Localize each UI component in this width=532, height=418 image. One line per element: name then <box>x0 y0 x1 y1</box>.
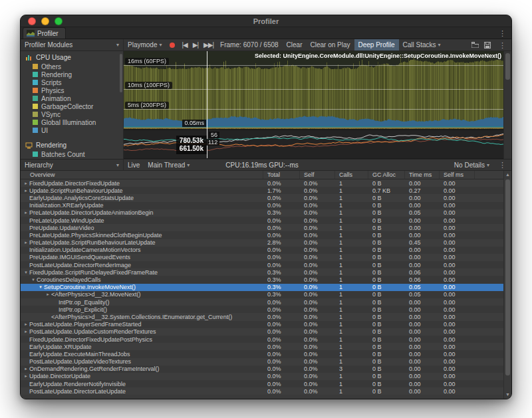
close-button[interactable] <box>28 17 36 25</box>
legend-item-others[interactable]: Others <box>21 62 123 70</box>
table-row[interactable]: PreLateUpdate.WindUpdate0.0%0.0%10 B0.00… <box>21 217 503 224</box>
next-frame-button[interactable]: ▶| <box>190 39 201 51</box>
tab-menu-icon[interactable]: ⋮ <box>493 28 511 39</box>
table-row[interactable]: Initialization.UpdateCameraMotionVectors… <box>21 247 503 254</box>
module-cpu-usage[interactable]: CPU Usage <box>21 52 123 62</box>
table-row[interactable]: ▸PostLateUpdate.UpdateCustomRenderTextur… <box>21 328 503 336</box>
playmode-dropdown[interactable]: Playmode ▾ <box>124 39 166 51</box>
clear-button[interactable]: Clear <box>283 39 307 51</box>
legend-label: Physics <box>41 87 64 94</box>
column-header-overview[interactable]: Overview <box>21 171 263 179</box>
table-row[interactable]: PostLateUpdate.DirectorRenderImage0.0%0.… <box>21 261 503 268</box>
chart-area[interactable]: Selected: UnityEngine.CoreModule.dll!Uni… <box>124 51 505 159</box>
save-profile-icon[interactable] <box>481 39 493 51</box>
call-stacks-dropdown[interactable]: Call Stacks ▾ <box>399 39 445 51</box>
tree-arrow-icon[interactable]: ▸ <box>45 292 51 297</box>
load-profile-icon[interactable] <box>469 39 481 51</box>
legend-item-batches-count[interactable]: Batches Count <box>21 150 123 158</box>
table-row[interactable]: PreUpdate.UpdateVideo0.0%0.0%10 B0.000.0… <box>21 224 503 231</box>
table-row[interactable]: ▾CoroutinesDelayedCalls0.3%0.0%10 B0.060… <box>21 276 503 283</box>
legend-item-rendering[interactable]: Rendering <box>21 70 123 78</box>
table-row[interactable]: ▸FixedUpdate.DirectorFixedUpdate0.0%0.0%… <box>21 179 503 187</box>
table-row[interactable]: ▸Update.ScriptRunBehaviourUpdate1.7%0.0%… <box>21 187 503 194</box>
tree-arrow-icon[interactable]: ▸ <box>23 240 29 245</box>
table-row[interactable]: EarlyUpdate.ExecuteMainThreadJobs0.0%0.0… <box>21 350 503 358</box>
live-toggle[interactable]: Live <box>124 159 144 170</box>
chart-scrollbar[interactable] <box>503 51 511 159</box>
table-row[interactable]: FixedUpdate.DirectorFixedUpdatePostPhysi… <box>21 336 503 343</box>
table-row[interactable]: PreLateUpdate.PhysicsSkinnedClothBeginUp… <box>21 231 503 239</box>
legend-item-scripts[interactable]: Scripts <box>21 78 123 86</box>
cpu-usage-chart[interactable] <box>124 51 505 129</box>
tree-arrow-icon[interactable]: ▾ <box>23 270 29 275</box>
table-row[interactable]: ▸OnDemandRendering.GetRenderFrameInterva… <box>21 366 503 373</box>
hierarchy-mode-dropdown[interactable]: Hierarchy ▾ <box>21 159 124 170</box>
table-row[interactable]: <AfterPhysics>d__32.System.Collections.I… <box>21 313 503 320</box>
profiler-tab-icon <box>27 30 35 37</box>
scroll-up-icon[interactable]: ▲ <box>504 171 511 179</box>
legend-item-global-illumination[interactable]: Global Illumination <box>21 118 123 126</box>
thread-dropdown[interactable]: Main Thread ▾ <box>144 159 194 170</box>
column-header-total[interactable]: Total <box>263 171 300 179</box>
previous-frame-button[interactable]: |◀ <box>179 39 190 51</box>
current-frame-button[interactable]: ▶▶| <box>201 39 216 51</box>
table-row[interactable]: PostLateUpdate.DirectorLateUpdate0.0%0.0… <box>21 387 503 395</box>
scroll-down-icon[interactable]: ▼ <box>504 391 511 399</box>
tree-arrow-icon[interactable]: ▸ <box>23 366 29 371</box>
table-row[interactable]: IntPtr.op_Explicit()0.0%0.0%10 B0.000.00 <box>21 306 503 313</box>
table-row[interactable]: EarlyUpdate.RendererNotifyInvisible0.0%0… <box>21 380 503 387</box>
column-header-self[interactable]: Self <box>300 171 335 179</box>
modules-scrollbar-thumb[interactable] <box>120 54 122 92</box>
details-view-dropdown[interactable]: No Details ▾ <box>450 159 493 170</box>
legend-item-ui[interactable]: UI <box>21 126 123 134</box>
table-row[interactable]: PostLateUpdate.UpdateVideoTextures0.0%0.… <box>21 358 503 366</box>
table-row[interactable]: ▸PreLateUpdate.ScriptRunBehaviourLateUpd… <box>21 239 503 247</box>
tree-arrow-icon[interactable]: ▸ <box>23 210 29 215</box>
table-row[interactable]: ▸PostLateUpdate.PlayerSendFrameStarted0.… <box>21 321 503 328</box>
table-row[interactable]: Initialization.XREarlyUpdate0.0%0.0%10 B… <box>21 202 503 209</box>
tree-arrow-icon[interactable]: ▸ <box>23 322 29 327</box>
titlebar[interactable]: Profiler <box>21 15 511 27</box>
hierarchy-menu-icon[interactable]: ⋮ <box>493 159 511 170</box>
legend-item-physics[interactable]: Physics <box>21 86 123 94</box>
profiler-modules-dropdown[interactable]: Profiler Modules ▾ <box>21 39 124 51</box>
table-row[interactable]: ▸PreLateUpdate.DirectorUpdateAnimationBe… <box>21 209 503 217</box>
table-row[interactable]: ▾FixedUpdate.ScriptRunDelayedFixedFrameR… <box>21 268 503 276</box>
module-rendering[interactable]: Rendering <box>21 140 123 150</box>
legend-item-animation[interactable]: Animation <box>21 94 123 102</box>
tab-profiler[interactable]: Profiler <box>23 27 66 39</box>
tree-arrow-icon[interactable]: ▸ <box>23 181 29 186</box>
deep-profile-toggle[interactable]: Deep Profile <box>354 39 399 51</box>
table-row[interactable]: ▸Update.DirectorUpdate0.0%0.0%10 B0.000.… <box>21 373 503 380</box>
toolbar-menu-icon[interactable]: ⋮ <box>493 39 511 51</box>
table-scrollbar-thumb[interactable] <box>505 179 510 375</box>
cell-calls: 1 <box>335 276 368 283</box>
column-header-time-ms[interactable]: Time ms <box>405 171 440 179</box>
chart-scrollbar-thumb[interactable] <box>505 53 510 80</box>
column-header-self-ms[interactable]: Self ms <box>440 171 475 179</box>
table-scrollbar[interactable]: ▲ ▼ <box>503 171 511 399</box>
rendering-icon <box>25 142 33 149</box>
cpu-gpu-stats: CPU:16.19ms GPU:--ms <box>221 159 302 170</box>
tree-arrow-icon[interactable]: ▸ <box>23 329 29 334</box>
column-header-gc-alloc[interactable]: GC Alloc <box>368 171 405 179</box>
tree-arrow-icon[interactable]: ▸ <box>23 373 29 379</box>
legend-item-garbagecollector[interactable]: GarbageCollector <box>21 102 123 110</box>
table-row[interactable]: ▸<AfterPhysics>d__32.MoveNext()0.3%0.0%1… <box>21 291 503 298</box>
table-row[interactable]: EarlyUpdate.AnalyticsCoreStatsUpdate0.0%… <box>21 194 503 201</box>
table-row[interactable]: IntPtr.op_Equality()0.0%0.0%10 B0.000.00 <box>21 298 503 306</box>
legend-label: Animation <box>41 95 70 102</box>
zoom-button[interactable] <box>55 17 63 25</box>
column-header-calls[interactable]: Calls <box>335 171 368 179</box>
clear-on-play-toggle[interactable]: Clear on Play <box>306 39 354 51</box>
tree-arrow-icon[interactable]: ▾ <box>30 277 37 282</box>
record-button[interactable] <box>166 39 179 51</box>
row-label-cell: ▾FixedUpdate.ScriptRunDelayedFixedFrameR… <box>21 269 263 276</box>
table-row[interactable]: PreUpdate.IMGUISendQueuedEvents0.0%0.0%1… <box>21 254 503 261</box>
tree-arrow-icon[interactable]: ▸ <box>23 188 29 193</box>
table-row[interactable]: EarlyUpdate.XRUpdate0.0%0.0%10 B0.000.00 <box>21 343 503 350</box>
legend-item-vsync[interactable]: VSync <box>21 110 123 118</box>
minimize-button[interactable] <box>41 17 49 25</box>
table-row[interactable]: ▾SetupCoroutine.InvokeMoveNext()0.3%0.0%… <box>21 284 503 291</box>
tree-arrow-icon[interactable]: ▾ <box>37 284 44 290</box>
